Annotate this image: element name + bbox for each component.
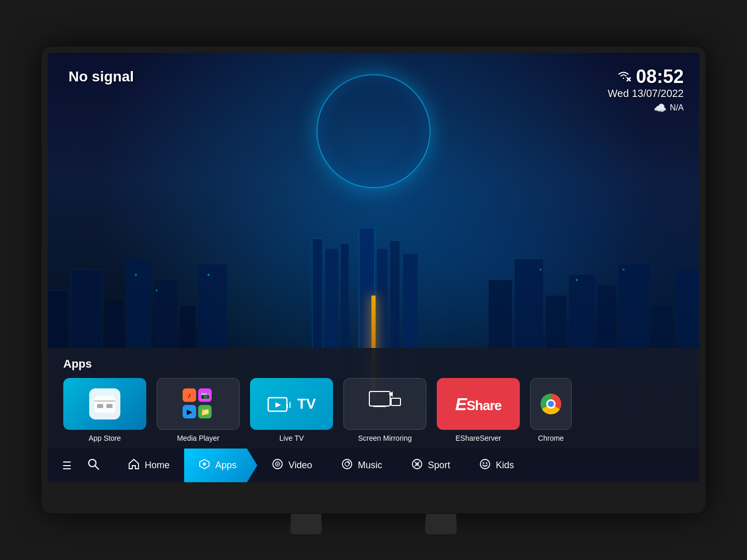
video-label: Video bbox=[288, 460, 312, 471]
center-glow bbox=[316, 74, 431, 188]
eshare-icon-bg: EShare bbox=[437, 378, 520, 430]
apps-section-label: Apps bbox=[63, 357, 684, 371]
app-store-icon bbox=[89, 388, 120, 419]
stand-leg-left bbox=[290, 514, 322, 534]
mp-cell-music: ♪ bbox=[183, 388, 196, 402]
nav-item-apps[interactable]: Apps bbox=[184, 449, 257, 482]
mp-cell-files: 📁 bbox=[198, 405, 212, 418]
weather-text: N/A bbox=[670, 103, 684, 113]
svg-point-28 bbox=[622, 269, 625, 271]
bottom-panel: Apps bbox=[48, 348, 699, 482]
tv-stand bbox=[290, 513, 457, 534]
chrome-icon-bg bbox=[530, 378, 572, 430]
svg-point-58 bbox=[486, 463, 487, 464]
nav-item-music[interactable]: Music bbox=[327, 449, 397, 482]
app-item-app-store[interactable]: App Store bbox=[63, 378, 146, 442]
time-display: 08:52 bbox=[636, 66, 684, 88]
svg-point-50 bbox=[342, 459, 352, 469]
svg-rect-33 bbox=[97, 404, 103, 408]
mp-cell-video: ▶ bbox=[183, 405, 196, 418]
svg-point-57 bbox=[482, 463, 484, 464]
live-tv-label: Live TV bbox=[279, 434, 303, 442]
nav-left-icons: ☰ bbox=[58, 454, 103, 477]
apps-section: Apps bbox=[48, 348, 699, 449]
music-label: Music bbox=[358, 460, 382, 471]
media-player-label: Media Player bbox=[177, 434, 219, 442]
kids-label: Kids bbox=[496, 460, 514, 471]
chrome-label: Chrome bbox=[538, 434, 564, 442]
eshare-label: EShareServer bbox=[455, 434, 501, 442]
svg-rect-34 bbox=[106, 404, 113, 408]
eshare-icon-text: EShare bbox=[455, 394, 502, 414]
live-tv-icon: TV bbox=[267, 394, 316, 414]
svg-rect-39 bbox=[289, 402, 290, 408]
svg-point-26 bbox=[540, 269, 542, 271]
app-item-screen-mirroring[interactable]: Screen Mirroring bbox=[343, 378, 426, 442]
apps-nav-icon bbox=[199, 458, 210, 472]
nav-item-kids[interactable]: Kids bbox=[465, 449, 529, 482]
weather-icon: ☁️ bbox=[654, 102, 667, 114]
screen-mirroring-icon-bg bbox=[343, 378, 426, 430]
video-icon bbox=[272, 458, 283, 472]
svg-point-49 bbox=[277, 464, 279, 465]
app-store-label: App Store bbox=[89, 434, 121, 442]
app-item-chrome[interactable]: Chrome bbox=[530, 378, 572, 442]
live-tv-icon-bg: TV bbox=[250, 378, 333, 430]
svg-rect-35 bbox=[96, 395, 114, 398]
nav-item-sport[interactable]: Sport bbox=[397, 449, 465, 482]
svg-point-51 bbox=[345, 462, 349, 466]
sport-label: Sport bbox=[428, 460, 450, 471]
app-store-icon-bg bbox=[63, 378, 146, 430]
svg-rect-32 bbox=[94, 400, 115, 402]
music-icon bbox=[341, 458, 353, 472]
app-item-live-tv[interactable]: TV Live TV bbox=[250, 378, 333, 442]
screen-mirroring-icon bbox=[367, 389, 403, 419]
svg-point-27 bbox=[576, 279, 578, 281]
svg-rect-40 bbox=[369, 391, 390, 406]
sport-icon bbox=[411, 458, 423, 472]
chrome-icon bbox=[541, 394, 561, 414]
stand-leg-right bbox=[425, 514, 457, 534]
app-item-eshare[interactable]: EShare EShareServer bbox=[437, 378, 520, 442]
date-display: Wed 13/07/2022 bbox=[608, 88, 684, 100]
svg-rect-41 bbox=[374, 406, 386, 407]
mp-cell-photo: 📷 bbox=[198, 388, 212, 402]
chrome-inner bbox=[546, 399, 556, 409]
nav-item-home[interactable]: Home bbox=[114, 449, 184, 482]
media-player-icon: ♪ 📷 ▶ 📁 bbox=[183, 388, 214, 419]
nav-bar: ☰ Home bbox=[48, 449, 699, 482]
app-item-media-player[interactable]: ♪ 📷 ▶ 📁 Media Player bbox=[157, 378, 240, 442]
svg-rect-42 bbox=[391, 398, 400, 405]
home-icon bbox=[128, 458, 140, 472]
menu-button[interactable]: ☰ bbox=[58, 455, 76, 476]
svg-point-46 bbox=[203, 463, 206, 466]
no-signal-text: No signal bbox=[68, 68, 134, 85]
search-button[interactable] bbox=[84, 454, 103, 477]
svg-line-45 bbox=[95, 466, 99, 470]
nav-item-video[interactable]: Video bbox=[257, 449, 327, 482]
media-player-icon-bg: ♪ 📷 ▶ 📁 bbox=[157, 378, 240, 430]
tv-screen: No signal 08:52 Wed 13/07/2022 bbox=[48, 53, 699, 482]
apps-row: App Store ♪ 📷 ▶ 📁 Media Player bbox=[63, 378, 684, 442]
home-label: Home bbox=[145, 460, 170, 471]
svg-point-23 bbox=[135, 274, 137, 276]
svg-rect-38 bbox=[287, 404, 288, 408]
kids-icon bbox=[479, 458, 491, 472]
screen-mirroring-label: Screen Mirroring bbox=[358, 434, 411, 442]
wifi-icon bbox=[616, 70, 631, 84]
tv-frame: No signal 08:52 Wed 13/07/2022 bbox=[42, 47, 706, 513]
top-right-info: 08:52 Wed 13/07/2022 ☁️ N/A bbox=[608, 66, 684, 114]
svg-point-56 bbox=[480, 459, 490, 469]
apps-nav-label: Apps bbox=[215, 460, 237, 471]
svg-point-24 bbox=[156, 289, 158, 291]
svg-point-25 bbox=[208, 274, 210, 276]
svg-marker-37 bbox=[275, 402, 281, 408]
